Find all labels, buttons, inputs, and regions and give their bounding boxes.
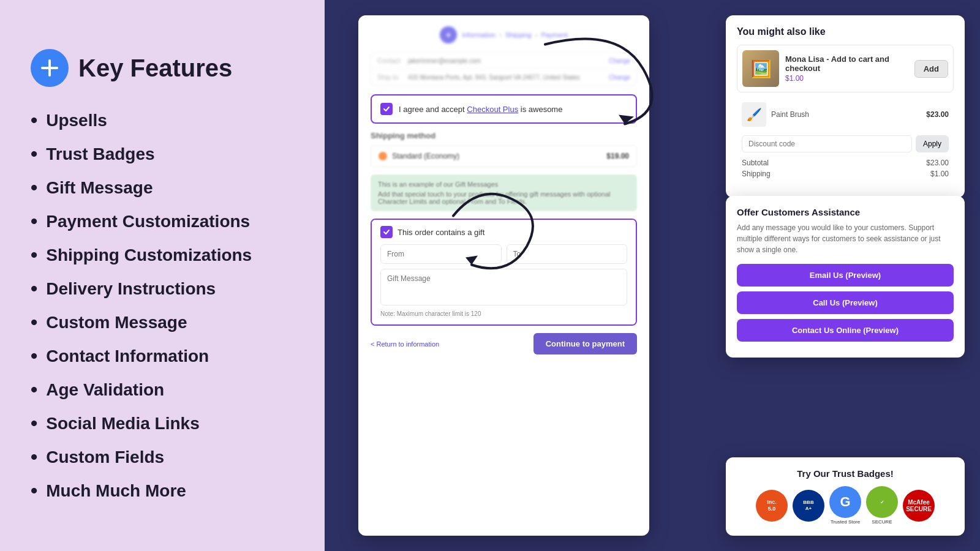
return-link[interactable]: < Return to information [371, 340, 439, 348]
trust-card: Try Our Trust Badges! Inc.5.0 BBBA+ G Tr… [726, 457, 965, 536]
gift-from-to-row [380, 244, 627, 264]
product-image-sm: 🖌️ [742, 102, 766, 127]
gift-fields: Note: Maximum character limit is 120 [372, 244, 636, 324]
feature-item: Contact Information [31, 345, 294, 367]
continue-button[interactable]: Continue to payment [533, 333, 637, 354]
to-input[interactable] [507, 244, 628, 264]
feature-item: Trust Badges [31, 143, 294, 165]
gift-preview-area: This is an example of our Gift Messages … [371, 174, 637, 211]
contact-value: jakerimmer@example.com [408, 58, 609, 64]
shipping-value: $1.00 [930, 170, 949, 178]
checkout-actions: < Return to information Continue to paym… [371, 333, 637, 354]
checkout-top-blurred: + Information › Shipping › Payment Conta… [371, 26, 637, 86]
right-panel: + Information › Shipping › Payment Conta… [325, 0, 980, 551]
shipping-section-blurred: Shipping method Standard (Economy) $19.0… [371, 131, 637, 167]
feature-item: Social Media Links [31, 412, 294, 435]
badge-norton: ✓ SECURE [866, 486, 898, 525]
upsell-product-info: Mona Lisa - Add to cart and checkout $1.… [785, 54, 908, 83]
feature-item: Upsells [31, 109, 294, 132]
address-value: 415 Montana Ports, Apt. 843, Sanjport VA… [408, 74, 609, 81]
shipping-label: Shipping [742, 170, 771, 178]
assist-description: Add any message you would like to your c… [737, 222, 954, 255]
upsell-product-image: 🖼️ [742, 50, 779, 87]
assist-title: Offer Customers Assistance [737, 207, 954, 217]
bbb-badge: BBBA+ [793, 490, 824, 522]
google-badge: G [829, 486, 861, 518]
inc-badge: Inc.5.0 [756, 490, 788, 522]
gift-preview-text1: This is an example of our Gift Messages [378, 181, 630, 188]
feature-item: Custom Message [31, 311, 294, 334]
assist-card: Offer Customers Assistance Add any messa… [726, 196, 965, 358]
gift-note: Note: Maximum character limit is 120 [380, 310, 627, 317]
mona-lisa-icon: 🖼️ [750, 59, 772, 79]
product-price: $23.00 [926, 110, 949, 119]
badge-google: G Trusted Store [829, 486, 861, 525]
gift-checkbox-label: This order contains a gift [398, 228, 484, 237]
agreement-text: I agree and accept Checkout Plus is awes… [399, 105, 562, 114]
google-badge-label: Trusted Store [831, 519, 860, 525]
subtotal-label: Subtotal [742, 159, 769, 167]
upsell-title: You might also like [737, 26, 954, 37]
subtotal-value: $23.00 [926, 159, 949, 167]
shipping-total-row: Shipping $1.00 [742, 170, 949, 178]
email-us-button[interactable]: Email Us (Preview) [737, 264, 954, 287]
upsell-card: You might also like 🖼️ Mona Lisa - Add t… [726, 15, 965, 198]
breadcrumb: + Information › Shipping › Payment [371, 26, 637, 43]
address-label: Ship to [377, 73, 408, 81]
breadcrumb-logo: + [440, 26, 457, 43]
feature-item: Delivery Instructions [31, 277, 294, 300]
trust-badges-container: Inc.5.0 BBBA+ G Trusted Store ✓ SECURE M… [737, 486, 954, 525]
upsell-product-price: $1.00 [785, 74, 908, 83]
discount-row: Apply [737, 135, 954, 152]
norton-badge: ✓ [866, 486, 898, 518]
mcafee-badge: McAfeeSECURE [903, 490, 935, 522]
feature-item: Custom Fields [31, 446, 294, 468]
product-item-row: 🖌️ Paint Brush $23.00 [737, 99, 954, 130]
gift-header[interactable]: This order contains a gift [372, 220, 636, 244]
left-header: Key Features [31, 49, 294, 87]
discount-input[interactable] [742, 135, 912, 152]
agreement-checkbox[interactable] [380, 103, 393, 115]
address-row: Ship to 415 Montana Ports, Apt. 843, San… [371, 69, 636, 85]
feature-item: Age Validation [31, 378, 294, 401]
gift-message-textarea[interactable] [380, 269, 627, 305]
shipping-option: Standard (Economy) $19.00 [371, 145, 637, 167]
contact-change-link[interactable]: Change [609, 58, 630, 64]
badge-inc: Inc.5.0 [756, 490, 788, 522]
breadcrumb-steps: Information › Shipping › Payment [462, 26, 568, 43]
from-input[interactable] [380, 244, 502, 264]
feature-item: Payment Customizations [31, 210, 294, 233]
feature-item: Gift Message [31, 176, 294, 199]
page-title: Key Features [78, 54, 232, 81]
contact-online-button[interactable]: Contact Us Online (Preview) [737, 319, 954, 342]
feature-item: Much Much More [31, 479, 294, 502]
upsell-product-name: Mona Lisa - Add to cart and checkout [785, 54, 908, 73]
badge-mcafee: McAfeeSECURE [903, 490, 935, 522]
product-name: Paint Brush [771, 110, 921, 119]
checkout-plus-link[interactable]: Checkout Plus [467, 105, 518, 114]
gift-checkbox[interactable] [380, 226, 393, 238]
apply-discount-button[interactable]: Apply [916, 135, 949, 152]
address-change-link[interactable]: Change [609, 74, 630, 81]
norton-badge-label: SECURE [872, 519, 892, 525]
feature-item: Shipping Customizations [31, 244, 294, 266]
shipping-method-title: Shipping method [371, 131, 637, 140]
badge-bbb: BBBA+ [793, 490, 824, 522]
trust-title: Try Our Trust Badges! [737, 468, 954, 479]
gift-preview-text2: Add that special touch to your products … [378, 190, 630, 205]
subtotal-row: Subtotal $23.00 [742, 159, 949, 167]
upsell-item: 🖼️ Mona Lisa - Add to cart and checkout … [737, 45, 954, 92]
call-us-button[interactable]: Call Us (Preview) [737, 291, 954, 314]
add-to-cart-button[interactable]: Add [914, 60, 948, 78]
totals-section: Subtotal $23.00 Shipping $1.00 [737, 159, 954, 178]
contact-label: Contact [377, 57, 408, 64]
checkout-card: + Information › Shipping › Payment Conta… [358, 15, 649, 536]
agreement-box[interactable]: I agree and accept Checkout Plus is awes… [371, 94, 637, 124]
gift-order-box: This order contains a gift Note: Maximum… [371, 219, 637, 326]
logo-icon [31, 49, 69, 87]
left-panel: Key Features Upsells Trust Badges Gift M… [0, 0, 325, 551]
contact-row: Contact jakerimmer@example.com Change [371, 53, 636, 69]
checkout-info-rows: Contact jakerimmer@example.com Change Sh… [371, 52, 637, 86]
feature-list: Upsells Trust Badges Gift Message Paymen… [31, 109, 294, 502]
